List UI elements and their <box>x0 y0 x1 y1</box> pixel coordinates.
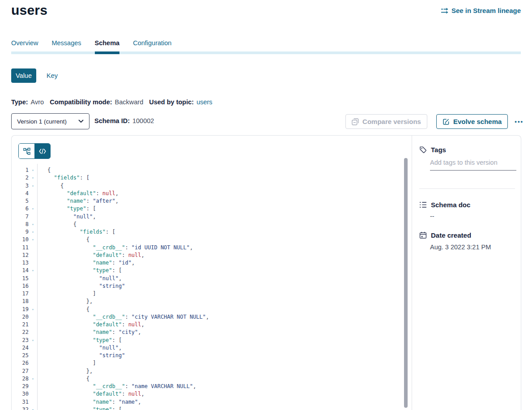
tab-configuration[interactable]: Configuration <box>133 39 171 54</box>
code-line: 25 "string" <box>12 352 411 359</box>
fold-caret-icon[interactable]: ▾ <box>29 375 37 383</box>
line-number: 4 <box>12 190 29 197</box>
fold-caret-empty <box>29 321 37 329</box>
line-number: 26 <box>12 359 29 367</box>
line-number: 12 <box>12 252 29 259</box>
fold-caret-icon[interactable]: ▾ <box>29 174 37 182</box>
code-text: "type": [ <box>37 267 122 274</box>
line-number: 10 <box>12 236 29 243</box>
tree-view-toggle-button[interactable] <box>19 144 34 158</box>
code-line: 9▾ "fields": [ <box>12 228 411 236</box>
tags-input[interactable] <box>430 159 516 171</box>
schema-id-value: 100002 <box>132 117 154 124</box>
fold-caret-icon[interactable]: ▾ <box>29 228 37 236</box>
tags-section-heading: Tags <box>419 146 446 154</box>
fold-caret-icon[interactable]: ▾ <box>29 182 37 190</box>
code-view-toggle-button[interactable] <box>34 144 50 158</box>
code-text: "null", <box>37 344 122 352</box>
line-number: 11 <box>12 244 29 252</box>
line-number: 23 <box>12 337 29 344</box>
code-line: 29 "__crdb__": "name VARCHAR NULL", <box>12 383 411 390</box>
code-text: "name": "id", <box>37 259 135 267</box>
fold-caret-icon[interactable]: ▾ <box>29 236 37 243</box>
tab-messages[interactable]: Messages <box>51 39 81 54</box>
line-number: 14 <box>12 267 29 274</box>
code-text: }, <box>37 367 93 375</box>
tags-title: Tags <box>431 146 446 154</box>
schema-actions: Compare versions Evolve schema ••• <box>345 114 524 129</box>
fold-caret-empty <box>29 298 37 305</box>
code-text: "default": null, <box>37 321 145 329</box>
tree-view-icon <box>23 148 30 155</box>
editor-scrollbar-thumb[interactable] <box>404 158 408 408</box>
fold-caret-icon[interactable]: ▾ <box>29 406 37 410</box>
tab-track <box>11 51 521 54</box>
code-line: 6▾ "type": [ <box>12 205 411 213</box>
key-toggle-link[interactable]: Key <box>47 72 58 79</box>
version-select-value: Version 1 (current) <box>17 118 67 125</box>
compare-versions-button[interactable]: Compare versions <box>345 114 427 129</box>
evolve-schema-label: Evolve schema <box>453 118 502 125</box>
fold-caret-empty <box>29 275 37 282</box>
more-options-button[interactable]: ••• <box>514 116 524 127</box>
fold-caret-empty <box>29 252 37 259</box>
fold-caret-icon[interactable]: ▾ <box>29 167 37 174</box>
code-text: { <box>37 167 51 174</box>
fold-caret-icon[interactable]: ▾ <box>29 267 37 274</box>
tab-bar: Overview Messages Schema Configuration <box>11 39 521 54</box>
line-number: 29 <box>12 383 29 390</box>
fold-caret-empty <box>29 190 37 197</box>
schema-id: Schema ID: 100002 <box>94 117 154 124</box>
fold-caret-empty <box>29 398 37 406</box>
fold-caret-icon[interactable]: ▾ <box>29 221 37 228</box>
fold-caret-empty <box>29 390 37 398</box>
code-line: 7 "null", <box>12 213 411 221</box>
line-number: 5 <box>12 197 29 205</box>
topic-link[interactable]: users <box>196 98 212 106</box>
line-number: 6 <box>12 205 29 213</box>
code-text: }, <box>37 298 93 305</box>
compare-versions-label: Compare versions <box>362 118 421 125</box>
stream-lineage-link[interactable]: See in Stream lineage <box>441 7 521 14</box>
code-line: 28▾ { <box>12 375 411 383</box>
line-number: 3 <box>12 182 29 190</box>
code-text: "string" <box>37 352 125 359</box>
code-line: 19▾ { <box>12 306 411 313</box>
code-line: 10▾ { <box>12 236 411 243</box>
sidebar-section-divider <box>419 188 515 189</box>
code-line: 24 "null", <box>12 344 411 352</box>
tab-schema[interactable]: Schema <box>95 39 120 54</box>
code-line: 23▾ "type": [ <box>12 337 411 344</box>
line-number: 16 <box>12 282 29 290</box>
value-toggle-button[interactable]: Value <box>11 68 36 83</box>
fold-caret-empty <box>29 290 37 298</box>
version-select[interactable]: Version 1 (current) <box>11 113 89 129</box>
versions-icon <box>352 118 359 125</box>
fold-caret-icon[interactable]: ▾ <box>29 337 37 344</box>
code-line: 8▾ { <box>12 221 411 228</box>
line-number: 18 <box>12 298 29 305</box>
code-line: 4 "default": null, <box>12 190 411 197</box>
tab-overview[interactable]: Overview <box>11 39 38 54</box>
fold-caret-empty <box>29 359 37 367</box>
code-line: 16 "string" <box>12 282 411 290</box>
code-text: "name": "after", <box>37 197 119 205</box>
type-value: Avro <box>31 98 44 106</box>
schema-doc-heading: Schema doc <box>419 201 470 209</box>
compatibility-label: Compatibility mode: <box>50 98 112 106</box>
line-number: 19 <box>12 306 29 313</box>
code-text: ] <box>37 359 96 367</box>
line-number: 8 <box>12 221 29 228</box>
code-text: "__crdb__": "name VARCHAR NULL", <box>37 383 196 390</box>
code-line: 18 }, <box>12 298 411 305</box>
stream-lineage-icon <box>441 8 448 14</box>
schema-panel: 1▾{2▾ "fields": [3▾ {4 "default": null,5… <box>11 135 521 410</box>
code-line: 20 "__crdb__": "city VARCHAR NOT NULL", <box>12 313 411 321</box>
line-number: 31 <box>12 398 29 406</box>
fold-caret-icon[interactable]: ▾ <box>29 205 37 213</box>
code-text: "__crdb__": "city VARCHAR NOT NULL", <box>37 313 209 321</box>
evolve-schema-button[interactable]: Evolve schema <box>436 114 508 129</box>
line-number: 27 <box>12 367 29 375</box>
fold-caret-icon[interactable]: ▾ <box>29 306 37 313</box>
code-text: "default": null, <box>37 252 145 259</box>
